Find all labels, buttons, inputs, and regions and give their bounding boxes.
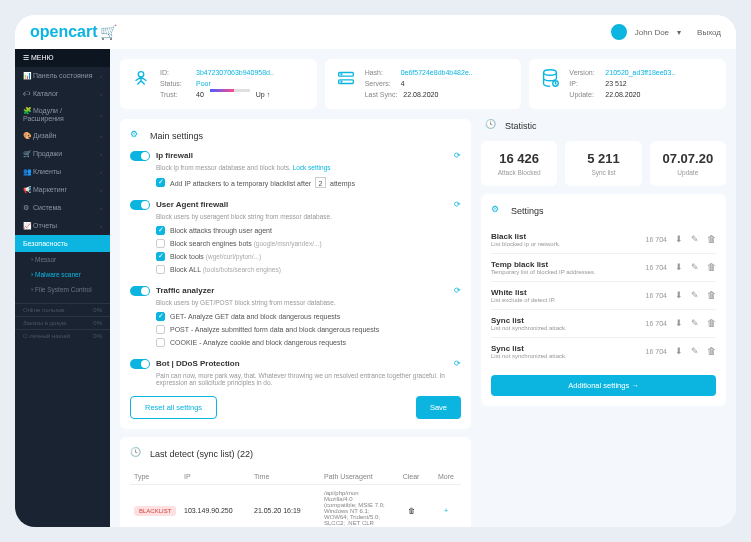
- settings-row: White listList exclude of detect IP. 16 …: [491, 282, 716, 310]
- checkbox[interactable]: [156, 265, 165, 274]
- svg-point-3: [341, 74, 342, 75]
- setting-section: Bot | DDoS Protection⟳ Pain can now, mor…: [130, 359, 461, 386]
- clock-icon: 🕓: [130, 447, 144, 461]
- avatar[interactable]: [611, 24, 627, 40]
- lock-settings-link[interactable]: Lock settings: [293, 164, 331, 171]
- option-row: GET- Analyze GET data and block dangerou…: [156, 310, 461, 323]
- edit-icon[interactable]: ✎: [691, 318, 699, 328]
- download-icon[interactable]: ⬇: [675, 318, 683, 328]
- sidebar-item[interactable]: ⚙ Система›: [15, 199, 110, 217]
- last-detect-panel: 🕓Last detect (sync list) (22) Type IP Ti…: [120, 437, 471, 527]
- sidebar-stat: Online пользов.0%: [15, 303, 110, 316]
- stat-box: 07.07.20Update: [650, 141, 726, 186]
- download-icon[interactable]: ⬇: [675, 262, 683, 272]
- clock-icon: 🕓: [485, 119, 499, 133]
- user-name[interactable]: John Doe: [635, 28, 669, 37]
- checkbox[interactable]: [156, 252, 165, 261]
- setting-section: Traffic analyzer⟳ Block users by GET/POS…: [130, 286, 461, 349]
- sidebar-item-security[interactable]: Безопасность: [15, 235, 110, 252]
- option-row: Add IP attackers to a temporary blacklis…: [156, 175, 461, 190]
- card-icon: [335, 67, 357, 89]
- cart-icon: 🛒: [100, 24, 117, 40]
- type-badge: BLACKLIST: [134, 506, 176, 516]
- more-icon[interactable]: +: [444, 507, 448, 514]
- stat-box: 16 426Attack Blocked: [481, 141, 557, 186]
- additional-settings-button[interactable]: Additional settings →: [491, 375, 716, 396]
- toggle[interactable]: [130, 286, 150, 296]
- setting-section: Ip firewall⟳ Block ip from messor databa…: [130, 151, 461, 190]
- info-card: Hash:0e6f5724e8db4b482e..Servers:4Last S…: [325, 59, 522, 109]
- sidebar-item[interactable]: 🎨 Дизайн›: [15, 127, 110, 145]
- toggle[interactable]: [130, 151, 150, 161]
- delete-icon[interactable]: 🗑: [707, 318, 716, 328]
- reload-icon[interactable]: ⟳: [454, 359, 461, 368]
- checkbox[interactable]: [156, 325, 165, 334]
- reset-button[interactable]: Reset all settings: [130, 396, 217, 419]
- option-row: Block ALL (tools/bots/search engines): [156, 263, 461, 276]
- checkbox[interactable]: [156, 178, 165, 187]
- checkbox[interactable]: [156, 312, 165, 321]
- sidebar-item[interactable]: 📈 Отчеты›: [15, 217, 110, 235]
- edit-icon[interactable]: ✎: [691, 346, 699, 356]
- settings-row: Black listList blocked ip or network. 16…: [491, 226, 716, 254]
- checkbox[interactable]: [156, 239, 165, 248]
- sidebar: ☰ МЕНЮ 📊 Панель состояния›🏷 Каталог›🧩 Мо…: [15, 49, 110, 527]
- delete-icon[interactable]: 🗑: [707, 262, 716, 272]
- save-button[interactable]: Save: [416, 396, 461, 419]
- sidebar-item[interactable]: 🏷 Каталог›: [15, 85, 110, 102]
- gear-icon: ⚙: [491, 204, 505, 218]
- card-icon: [539, 67, 561, 89]
- reload-icon[interactable]: ⟳: [454, 286, 461, 295]
- delete-icon[interactable]: 🗑: [707, 346, 716, 356]
- option-row: Block attacks through user agent: [156, 224, 461, 237]
- sidebar-stat: О личный нашей0%: [15, 329, 110, 342]
- toggle[interactable]: [130, 359, 150, 369]
- delete-icon[interactable]: 🗑: [707, 234, 716, 244]
- stat-box: 5 211Sync list: [565, 141, 641, 186]
- checkbox[interactable]: [156, 338, 165, 347]
- download-icon[interactable]: ⬇: [675, 290, 683, 300]
- sidebar-item[interactable]: 📢 Маркетинг›: [15, 181, 110, 199]
- table-header: Type IP Time Path Useragent Clear More: [130, 469, 461, 485]
- menu-header: ☰ МЕНЮ: [15, 49, 110, 67]
- sidebar-stat: Заказы в докум.0%: [15, 316, 110, 329]
- settings-panel: ⚙Settings Black listList blocked ip or n…: [481, 194, 726, 406]
- logo[interactable]: opencart🛒: [30, 23, 117, 41]
- exit-link[interactable]: Выход: [697, 28, 721, 37]
- option-row: COOKIE - Analyze cookie and block danger…: [156, 336, 461, 349]
- sidebar-subitem[interactable]: › File System Control: [15, 282, 110, 297]
- sidebar-item[interactable]: 👥 Клиенты›: [15, 163, 110, 181]
- main-content: ID:3b472307063b940958d..Status:PoorTrust…: [110, 49, 736, 527]
- settings-row: Temp black listTemporary list of blocked…: [491, 254, 716, 282]
- svg-point-4: [341, 81, 342, 82]
- topbar: opencart🛒 John Doe▾ Выход: [15, 15, 736, 49]
- sidebar-subitem[interactable]: › Messor: [15, 252, 110, 267]
- option-row: Block search engines bots (google/msn/ya…: [156, 237, 461, 250]
- svg-point-5: [544, 70, 557, 76]
- toggle[interactable]: [130, 200, 150, 210]
- delete-icon[interactable]: 🗑: [408, 507, 415, 514]
- option-row: POST - Analyze submitted form data and b…: [156, 323, 461, 336]
- reload-icon[interactable]: ⟳: [454, 200, 461, 209]
- info-card: ID:3b472307063b940958d..Status:PoorTrust…: [120, 59, 317, 109]
- settings-row: Sync listList not synchronized attack. 1…: [491, 338, 716, 365]
- card-icon: [130, 67, 152, 89]
- edit-icon[interactable]: ✎: [691, 234, 699, 244]
- reload-icon[interactable]: ⟳: [454, 151, 461, 160]
- sidebar-item[interactable]: 🛒 Продажи›: [15, 145, 110, 163]
- main-settings-panel: ⚙Main settings Ip firewall⟳ Block ip fro…: [120, 119, 471, 429]
- sidebar-item[interactable]: 🧩 Модули / Расширения›: [15, 102, 110, 127]
- checkbox[interactable]: [156, 226, 165, 235]
- setting-section: User Agent firewall⟳ Block users by user…: [130, 200, 461, 276]
- delete-icon[interactable]: 🗑: [707, 290, 716, 300]
- download-icon[interactable]: ⬇: [675, 234, 683, 244]
- edit-icon[interactable]: ✎: [691, 262, 699, 272]
- option-row: Block tools (wget/curl/pyton/...): [156, 250, 461, 263]
- download-icon[interactable]: ⬇: [675, 346, 683, 356]
- edit-icon[interactable]: ✎: [691, 290, 699, 300]
- settings-row: Sync listList not synchronized attack. 1…: [491, 310, 716, 338]
- sidebar-subitem[interactable]: › Malware scaner: [15, 267, 110, 282]
- info-card: Version:210520_ad3ff18ee03..IP:23 512Upd…: [529, 59, 726, 109]
- statistic-panel: 🕓Statistic 16 426Attack Blocked5 211Sync…: [481, 119, 726, 186]
- sidebar-item[interactable]: 📊 Панель состояния›: [15, 67, 110, 85]
